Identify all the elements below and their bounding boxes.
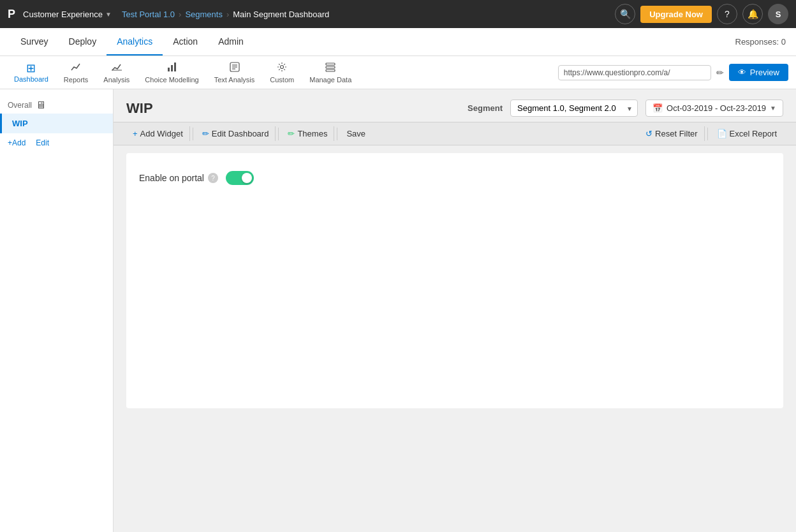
date-dropdown-arrow: ▼ [770, 105, 776, 112]
calendar-icon: 📅 [652, 103, 663, 113]
segment-select[interactable]: Segment 1.0, Segment 2.0 [510, 100, 638, 117]
excel-report-button[interactable]: 📄 Excel Report [711, 126, 783, 141]
enable-portal-label: Enable on portal ? [139, 173, 218, 183]
notifications-button[interactable]: 🔔 [742, 4, 763, 24]
date-range-picker[interactable]: 📅 Oct-03-2019 - Oct-23-2019 ▼ [645, 100, 783, 117]
upgrade-button[interactable]: Upgrade Now [640, 6, 712, 23]
svg-rect-10 [326, 70, 335, 71]
url-input[interactable] [558, 65, 711, 80]
nav-deploy[interactable]: Deploy [59, 28, 107, 55]
toolbar-dashboard[interactable]: ⊞ Dashboard [8, 60, 55, 85]
breadcrumb-current: Main Segment Dashboard [233, 10, 329, 19]
toolbar-custom[interactable]: Custom [263, 59, 300, 86]
divider1 [193, 128, 193, 140]
action-bar-left: + Add Widget ✏ Edit Dashboard ✏ Themes S… [126, 126, 372, 141]
sidebar-item-wip[interactable]: WIP [0, 114, 113, 133]
monitor-icon: 🖥 [36, 100, 46, 111]
toolbar-choice-modelling[interactable]: Choice Modelling [138, 59, 205, 86]
excel-icon: 📄 [717, 129, 727, 138]
toolbar-reports-label: Reports [64, 76, 89, 84]
themes-icon: ✏ [288, 129, 295, 138]
enable-portal-row: Enable on portal ? [139, 166, 770, 190]
nav-analytics[interactable]: Analytics [107, 28, 163, 55]
toolbar-text-analysis[interactable]: Text Analysis [208, 59, 262, 86]
preview-button[interactable]: 👁 Preview [729, 64, 788, 81]
reset-icon: ↺ [645, 129, 652, 138]
svg-rect-0 [168, 68, 170, 71]
main-nav-items: Survey Deploy Analytics Action Admin [10, 28, 254, 55]
dashboard-action-bar: + Add Widget ✏ Edit Dashboard ✏ Themes S… [114, 122, 796, 145]
toolbar-analysis[interactable]: Analysis [97, 59, 136, 86]
breadcrumb: Test Portal 1.0 › Segments › Main Segmen… [122, 10, 329, 19]
segment-control: Segment Segment 1.0, Segment 2.0 📅 Oct-0… [468, 100, 783, 117]
svg-rect-9 [326, 66, 335, 68]
brand-dropdown-arrow: ▼ [105, 11, 112, 18]
sidebar-actions: +Add Edit [0, 133, 113, 152]
choice-modelling-icon [166, 61, 178, 75]
toolbar-reports[interactable]: Reports [57, 59, 95, 86]
breadcrumb-sep1: › [179, 10, 181, 19]
themes-button[interactable]: ✏ Themes [281, 126, 334, 141]
edit-url-button[interactable]: ✏ [716, 68, 724, 78]
toolbar-text-analysis-label: Text Analysis [214, 76, 255, 84]
add-widget-button[interactable]: + Add Widget [126, 126, 190, 141]
segment-select-wrapper: Segment 1.0, Segment 2.0 [510, 100, 638, 117]
divider4 [707, 128, 708, 140]
add-link[interactable]: +Add [8, 138, 26, 147]
date-range-text: Oct-03-2019 - Oct-23-2019 [667, 103, 766, 113]
nav-action[interactable]: Action [163, 28, 208, 55]
toolbar-manage-data-label: Manage Data [309, 76, 351, 84]
nav-admin[interactable]: Admin [208, 28, 254, 55]
excel-report-label: Excel Report [730, 129, 777, 138]
brand-name[interactable]: Customer Experience ▼ [23, 10, 112, 19]
toggle-track [226, 171, 254, 185]
dashboard-header: WIP Segment Segment 1.0, Segment 2.0 📅 O… [114, 89, 796, 122]
sidebar: Overall 🖥 WIP +Add Edit [0, 89, 114, 532]
reset-filter-button[interactable]: ↺ Reset Filter [639, 126, 704, 141]
manage-data-icon [325, 61, 336, 75]
responses-count: Responses: 0 [735, 37, 786, 47]
sub-toolbar: ⊞ Dashboard Reports Analysis Choice Mode… [0, 56, 796, 89]
analysis-icon [111, 61, 122, 75]
search-button[interactable]: 🔍 [615, 4, 635, 24]
toggle-thumb [242, 173, 252, 183]
avatar[interactable]: S [768, 4, 788, 24]
themes-label: Themes [297, 129, 327, 138]
edit-dashboard-label: Edit Dashboard [212, 129, 269, 138]
breadcrumb-section[interactable]: Segments [185, 10, 223, 19]
sidebar-overall-label: Overall 🖥 [0, 94, 113, 114]
body-layout: Overall 🖥 WIP +Add Edit WIP Segment Segm… [0, 89, 796, 532]
reports-icon [70, 61, 82, 75]
dashboard-icon: ⊞ [26, 63, 36, 74]
divider2 [278, 128, 279, 140]
dashboard-body: Enable on portal ? [126, 153, 783, 408]
toolbar-dashboard-label: Dashboard [14, 75, 48, 83]
text-analysis-icon [229, 61, 240, 75]
breadcrumb-portal[interactable]: Test Portal 1.0 [122, 10, 175, 19]
main-nav: Survey Deploy Analytics Action Admin Res… [0, 28, 796, 56]
top-bar: P Customer Experience ▼ Test Portal 1.0 … [0, 0, 796, 28]
toolbar-url-area: ✏ 👁 Preview [558, 64, 788, 81]
edit-dashboard-button[interactable]: ✏ Edit Dashboard [196, 126, 276, 141]
custom-icon [276, 61, 288, 75]
action-bar-right: ↺ Reset Filter 📄 Excel Report [639, 126, 783, 141]
preview-icon: 👁 [738, 68, 746, 77]
edit-dashboard-icon: ✏ [202, 129, 209, 138]
help-tooltip-icon[interactable]: ? [208, 173, 218, 183]
svg-rect-8 [326, 63, 335, 65]
divider3 [337, 128, 337, 140]
nav-survey[interactable]: Survey [10, 28, 59, 55]
enable-portal-toggle[interactable] [226, 171, 254, 185]
dashboard-title: WIP [126, 100, 153, 117]
reset-filter-label: Reset Filter [655, 129, 697, 138]
top-bar-right: 🔍 Upgrade Now ? 🔔 S [615, 4, 788, 24]
edit-link[interactable]: Edit [36, 138, 49, 147]
toolbar-manage-data[interactable]: Manage Data [303, 59, 358, 86]
svg-rect-2 [174, 63, 176, 71]
logo: P [8, 8, 15, 21]
add-widget-label: Add Widget [140, 129, 183, 138]
toolbar-custom-label: Custom [270, 76, 294, 84]
save-button[interactable]: Save [340, 126, 372, 141]
toolbar-analysis-label: Analysis [103, 76, 129, 84]
help-button[interactable]: ? [717, 4, 737, 24]
